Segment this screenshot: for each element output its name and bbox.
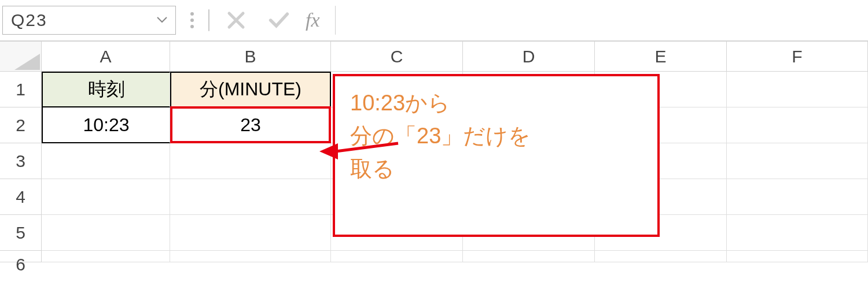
more-icon[interactable]: [186, 12, 198, 28]
fx-label[interactable]: fx: [306, 9, 325, 31]
row-header-6[interactable]: 6: [0, 251, 42, 262]
annotation-callout: 10:23から 分の「23」だけを 取る: [333, 74, 660, 237]
name-box[interactable]: Q23: [2, 6, 176, 35]
cell-F1[interactable]: [727, 72, 868, 107]
cell-F2[interactable]: [727, 107, 868, 143]
cell-A1[interactable]: 時刻: [42, 72, 170, 107]
col-header-C[interactable]: C: [331, 42, 463, 72]
cell-F3[interactable]: [727, 143, 868, 179]
cell-A6[interactable]: [42, 251, 170, 262]
cell-B6[interactable]: [170, 251, 331, 262]
table-row: 6: [0, 251, 868, 262]
row-header-1[interactable]: 1: [0, 72, 42, 107]
check-icon: [269, 10, 289, 31]
row-header-5[interactable]: 5: [0, 215, 42, 251]
x-icon: [226, 10, 247, 31]
col-header-F[interactable]: F: [727, 42, 868, 72]
cell-A2[interactable]: 10:23: [42, 107, 170, 143]
select-all-corner[interactable]: [0, 42, 42, 72]
cell-B1[interactable]: 分(MINUTE): [170, 72, 331, 107]
cell-A3[interactable]: [42, 143, 170, 179]
col-header-B[interactable]: B: [170, 42, 331, 72]
cell-B5[interactable]: [170, 215, 331, 251]
cell-B2[interactable]: 23: [170, 107, 331, 143]
formula-bar: Q23 fx: [0, 0, 868, 42]
cancel-formula-button: [220, 8, 252, 33]
confirm-formula-button: [263, 8, 295, 33]
cell-F6[interactable]: [727, 251, 868, 262]
callout-line: 分の「23」だけを: [350, 120, 642, 153]
callout-line: 取る: [350, 153, 642, 185]
cell-C6[interactable]: [331, 251, 463, 262]
callout-line: 10:23から: [350, 87, 642, 120]
formula-input[interactable]: [335, 6, 866, 35]
cell-B4[interactable]: [170, 179, 331, 215]
name-box-value: Q23: [11, 10, 47, 30]
cell-A4[interactable]: [42, 179, 170, 215]
cell-F4[interactable]: [727, 179, 868, 215]
cell-F5[interactable]: [727, 215, 868, 251]
separator: [208, 9, 209, 31]
col-header-A[interactable]: A: [42, 42, 170, 72]
col-header-E[interactable]: E: [595, 42, 727, 72]
cell-B3[interactable]: [170, 143, 331, 179]
chevron-down-icon[interactable]: [157, 16, 167, 25]
row-header-4[interactable]: 4: [0, 179, 42, 215]
cell-A5[interactable]: [42, 215, 170, 251]
row-header-2[interactable]: 2: [0, 107, 42, 143]
cell-D6[interactable]: [463, 251, 595, 262]
column-header-row: A B C D E F: [0, 42, 868, 72]
row-header-3[interactable]: 3: [0, 143, 42, 179]
cell-E6[interactable]: [595, 251, 727, 262]
col-header-D[interactable]: D: [463, 42, 595, 72]
